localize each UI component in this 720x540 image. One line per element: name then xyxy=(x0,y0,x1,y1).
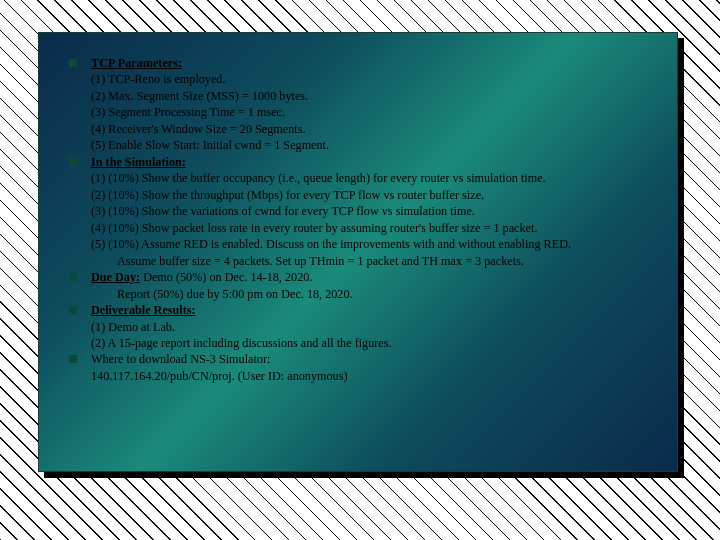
list-item-tail: Report (50%) due by 5:00 pm on Dec. 18, … xyxy=(69,286,659,302)
slide-panel: TCP Parameters: (1) TCP-Reno is employed… xyxy=(38,32,678,472)
section-tcp-parameters: TCP Parameters: xyxy=(69,55,659,71)
heading-sim: In the Simulation: xyxy=(91,155,186,169)
due-text: Demo (50%) on Dec. 14-18, 2020. xyxy=(140,270,312,284)
list-item: (1) TCP-Reno is employed. xyxy=(69,71,659,87)
list-item: (5) (10%) Assume RED is enabled. Discuss… xyxy=(69,236,659,252)
heading-due: Due Day: xyxy=(91,270,140,284)
list-item: (4) (10%) Show packet loss rate in every… xyxy=(69,220,659,236)
list-item: (3) Segment Processing Time = 1 msec. xyxy=(69,104,659,120)
list-item: (1) Demo at Lab. xyxy=(69,319,659,335)
bullet-icon xyxy=(69,158,77,166)
list-item-tail: Assume buffer size = 4 packets. Set up T… xyxy=(69,253,659,269)
list-item: 140.117.164.20/pub/CN/proj. (User ID: an… xyxy=(69,368,659,384)
list-item: (2) A 15-page report including discussio… xyxy=(69,335,659,351)
bullet-icon xyxy=(69,306,77,314)
list-item: (3) (10%) Show the variations of cwnd fo… xyxy=(69,203,659,219)
heading-tcp: TCP Parameters: xyxy=(91,56,182,70)
bullet-icon xyxy=(69,273,77,281)
section-download: Where to download NS-3 Simulator: xyxy=(69,351,659,367)
section-simulation: In the Simulation: xyxy=(69,154,659,170)
list-item: (4) Receiver's Window Size = 20 Segments… xyxy=(69,121,659,137)
heading-deliverable: Deliverable Results: xyxy=(91,303,196,317)
hatched-background: TCP Parameters: (1) TCP-Reno is employed… xyxy=(0,0,720,540)
download-text: Where to download NS-3 Simulator: xyxy=(91,351,659,367)
list-item: (1) (10%) Show the buffer occupancy (i.e… xyxy=(69,170,659,186)
list-item: (2) Max. Segment Size (MSS) = 1000 bytes… xyxy=(69,88,659,104)
list-item: (2) (10%) Show the throughput (Mbps) for… xyxy=(69,187,659,203)
bullet-icon xyxy=(69,355,77,363)
section-due-day: Due Day: Demo (50%) on Dec. 14-18, 2020. xyxy=(69,269,659,285)
list-item: (5) Enable Slow Start: Initial cwnd = 1 … xyxy=(69,137,659,153)
section-deliverable: Deliverable Results: xyxy=(69,302,659,318)
bullet-icon xyxy=(69,59,77,67)
